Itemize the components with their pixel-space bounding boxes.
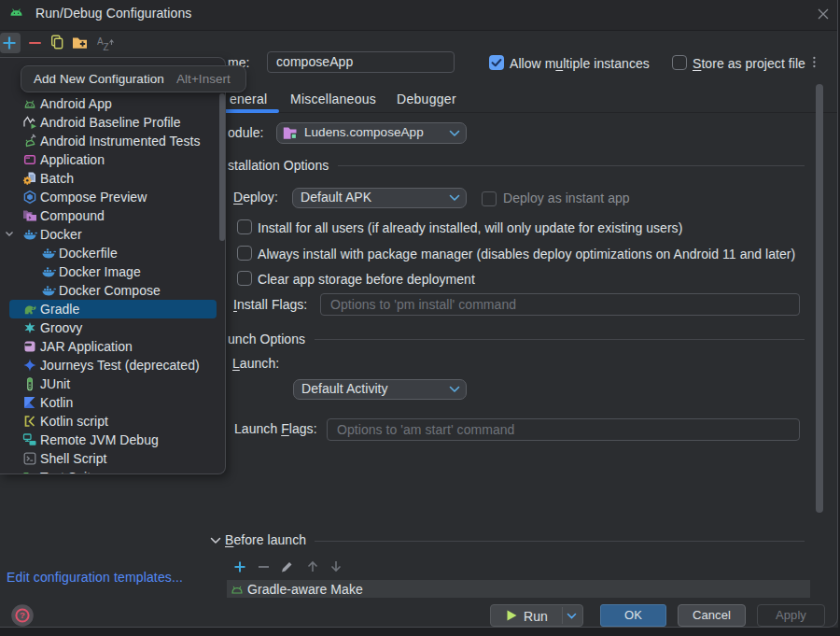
svg-text:?: ? (20, 610, 25, 620)
svg-text:Z: Z (104, 42, 109, 51)
